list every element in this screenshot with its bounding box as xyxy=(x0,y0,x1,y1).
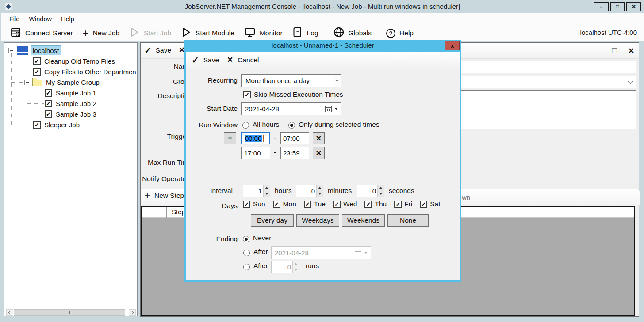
spin-up-button[interactable] xyxy=(377,185,384,191)
runs-spinner[interactable]: 0 xyxy=(271,261,299,273)
selected-times-label[interactable]: Only during selected times xyxy=(299,121,380,129)
job-checkbox[interactable]: ✓ xyxy=(45,100,52,107)
horizontal-scrollbar-thumb[interactable] xyxy=(14,309,125,316)
tree-expander-icon[interactable] xyxy=(24,80,30,85)
time-from-input-1[interactable]: 00:00 xyxy=(242,132,270,144)
scheduler-close-button[interactable]: x xyxy=(445,41,460,50)
connect-server-label: Connect Server xyxy=(25,29,73,37)
time-from-input-2[interactable]: 17:00 xyxy=(242,147,270,159)
tree-item-cleanup[interactable]: ✓ Cleanup Old Temp Files xyxy=(33,56,115,66)
day-tue[interactable]: ✓Tue xyxy=(304,200,326,208)
day-checkbox[interactable]: ✓ xyxy=(333,201,341,208)
menu-file[interactable]: File xyxy=(9,15,19,23)
delete-time-range-button[interactable]: ✕ xyxy=(313,147,325,159)
tree-item-sleeper-job[interactable]: ✓ Sleeper Job xyxy=(33,119,80,130)
tree-item-sample-job-1[interactable]: ✓ Sample Job 1 xyxy=(45,87,96,98)
tree-item-sample-job-2[interactable]: ✓ Sample Job 2 xyxy=(45,98,96,109)
job-checkbox[interactable]: ✓ xyxy=(33,68,41,76)
day-wed[interactable]: ✓Wed xyxy=(333,200,357,208)
spin-up-button[interactable] xyxy=(263,185,270,191)
scroll-right-button[interactable] xyxy=(129,309,136,316)
connect-server-button[interactable]: Connect Server xyxy=(5,26,78,41)
job-checkbox[interactable]: ✓ xyxy=(33,57,41,65)
ending-after-runs-radio[interactable] xyxy=(243,264,250,270)
menu-window[interactable]: Window xyxy=(29,15,52,23)
spin-down-button[interactable] xyxy=(292,267,299,273)
scheduler-body: ✓ Save ✕ Cancel Recurring More than once… xyxy=(186,52,460,280)
job-checkbox[interactable]: ✓ xyxy=(45,89,52,97)
help-button[interactable]: ? Help xyxy=(381,26,418,41)
spin-down-button[interactable] xyxy=(316,191,323,197)
interval-hours-spinner[interactable]: 1 xyxy=(243,185,270,197)
all-hours-radio[interactable] xyxy=(242,122,249,129)
job-save-label: Save xyxy=(156,46,171,54)
every-day-button[interactable]: Every day xyxy=(251,214,294,227)
after-date-label[interactable]: After xyxy=(253,248,268,256)
weekends-button[interactable]: Weekends xyxy=(342,214,385,227)
spin-down-button[interactable] xyxy=(377,191,384,197)
job-save-button[interactable]: ✓ Save xyxy=(144,46,171,55)
recurring-dropdown[interactable]: More than once a day xyxy=(242,74,341,87)
start-job-button[interactable]: Start Job xyxy=(124,26,176,41)
day-thu[interactable]: ✓Thu xyxy=(364,200,387,208)
add-time-range-button[interactable]: + xyxy=(224,132,236,144)
skip-missed-checkbox[interactable]: ✓ xyxy=(243,91,251,98)
folder-icon xyxy=(32,80,42,86)
ending-after-date-radio[interactable] xyxy=(243,250,250,256)
job-maximize-button[interactable]: □ xyxy=(609,45,620,57)
range-dash: - xyxy=(274,148,276,156)
spin-up-button[interactable] xyxy=(316,185,323,191)
day-sun[interactable]: ✓Sun xyxy=(243,200,265,208)
day-checkbox[interactable]: ✓ xyxy=(394,201,402,208)
start-date-picker[interactable]: 2021-04-28 xyxy=(242,102,341,115)
new-step-button[interactable]: + New Step xyxy=(144,191,184,200)
ending-date-picker[interactable]: 2021-04-28 xyxy=(271,246,371,259)
day-checkbox[interactable]: ✓ xyxy=(273,201,280,208)
tree-item-copy-files[interactable]: ✓ Copy Files to Other Departmen xyxy=(33,66,136,77)
day-sat[interactable]: ✓Sat xyxy=(420,200,440,208)
scheduler-save-button[interactable]: ✓ Save xyxy=(192,56,219,64)
tree-expander-icon[interactable] xyxy=(8,48,14,53)
none-button[interactable]: None xyxy=(387,214,429,227)
log-button[interactable]: Log xyxy=(288,26,323,41)
day-checkbox[interactable]: ✓ xyxy=(304,201,311,208)
day-checkbox[interactable]: ✓ xyxy=(420,201,427,208)
interval-seconds-spinner[interactable]: 0 xyxy=(357,185,384,197)
spin-up-button[interactable] xyxy=(292,261,299,267)
job-close-button[interactable]: ✕ xyxy=(625,45,637,57)
globals-button[interactable]: Globals xyxy=(328,26,377,41)
day-mon[interactable]: ✓Mon xyxy=(273,200,296,208)
day-checkbox[interactable]: ✓ xyxy=(243,201,250,208)
scheduler-cancel-button[interactable]: ✕ Cancel xyxy=(227,56,259,64)
weekdays-button[interactable]: Weekdays xyxy=(296,214,339,227)
selected-times-radio[interactable] xyxy=(288,122,295,129)
dropdown-arrow-icon[interactable] xyxy=(333,75,341,87)
menu-help[interactable]: Help xyxy=(61,15,74,23)
tree-connector-line xyxy=(11,82,23,83)
new-job-button[interactable]: + New Job xyxy=(78,26,124,41)
interval-minutes-spinner[interactable]: 0 xyxy=(296,185,323,197)
after-runs-label[interactable]: After xyxy=(253,262,268,270)
tree-root-localhost[interactable]: localhost xyxy=(17,45,61,56)
delete-time-range-button[interactable]: ✕ xyxy=(313,132,325,144)
tree-item-sample-group[interactable]: My Sample Group xyxy=(32,77,100,87)
tree-item-sample-job-3[interactable]: ✓ Sample Job 3 xyxy=(45,109,96,119)
never-label[interactable]: Never xyxy=(253,234,271,242)
spin-down-button[interactable] xyxy=(263,191,270,197)
maximize-button[interactable]: □ xyxy=(610,2,625,11)
job-checkbox[interactable]: ✓ xyxy=(33,121,41,129)
start-module-button[interactable]: Start Module xyxy=(176,26,239,41)
monitor-button[interactable]: Monitor xyxy=(239,26,288,41)
time-to-input-1[interactable]: 07:00 xyxy=(280,132,309,144)
minimize-button[interactable]: – xyxy=(594,2,609,11)
scroll-left-button[interactable] xyxy=(6,309,13,316)
job-checkbox[interactable]: ✓ xyxy=(45,110,52,118)
time-to-input-2[interactable]: 23:59 xyxy=(280,147,309,159)
calendar-icon xyxy=(325,106,332,112)
all-hours-label[interactable]: All hours xyxy=(253,121,279,129)
close-button[interactable]: ✕ xyxy=(626,2,641,11)
day-checkbox[interactable]: ✓ xyxy=(364,201,372,208)
skip-missed-checkbox-row[interactable]: ✓ Skip Missed Execution Times xyxy=(243,91,343,98)
day-fri[interactable]: ✓Fri xyxy=(394,200,412,208)
ending-never-radio[interactable] xyxy=(243,236,249,242)
